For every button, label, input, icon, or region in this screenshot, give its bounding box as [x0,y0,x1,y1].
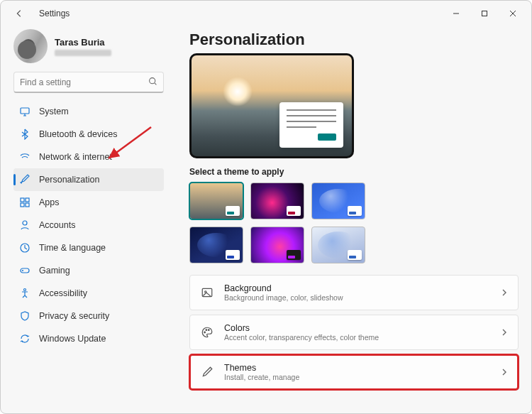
svg-point-1 [150,77,155,83]
card-subtitle: Background image, color, slideshow [224,293,343,302]
wifi-icon [19,151,31,163]
picture-icon [200,286,214,299]
card-title: Themes [224,363,299,373]
svg-point-10 [24,289,26,291]
sidebar-item-label: Bluetooth & devices [39,129,118,139]
minimize-button[interactable] [442,4,470,23]
sidebar-item-personalization[interactable]: Personalization [13,168,164,191]
clock-globe-icon [19,242,31,254]
paintbrush-icon [19,174,31,185]
sidebar-item-accessibility[interactable]: Accessibility [13,282,164,305]
apps-icon [19,197,31,208]
sidebar-item-label: Windows Update [39,334,106,344]
sidebar-item-time-language[interactable]: Time & language [13,236,164,259]
sidebar-item-gaming[interactable]: Gaming [13,259,164,282]
maximize-button[interactable] [470,4,499,23]
svg-rect-9 [21,268,29,273]
window-controls [442,4,527,23]
sidebar-item-label: Accounts [39,220,75,230]
svg-rect-2 [21,108,29,114]
sidebar-item-label: Time & language [39,243,106,253]
monitor-icon [19,106,31,117]
theme-section-label: Select a theme to apply [189,167,519,177]
svg-rect-4 [26,198,29,202]
sidebar-item-accounts[interactable]: Accounts [13,214,164,236]
sidebar-item-label: Accessibility [39,288,87,298]
svg-point-13 [204,332,206,333]
chevron-right-icon [501,286,508,299]
svg-rect-3 [21,198,24,202]
svg-rect-0 [482,11,487,16]
sidebar-item-label: Privacy & security [39,311,109,321]
sidebar-item-bluetooth[interactable]: Bluetooth & devices [13,123,164,146]
sidebar-item-label: Apps [39,197,60,207]
card-background[interactable]: Background Background image, color, slid… [189,275,519,310]
card-subtitle: Install, create, manage [224,373,299,381]
chevron-right-icon [501,366,508,378]
titlebar: Settings [1,1,531,26]
card-title: Colors [224,323,379,333]
chevron-right-icon [501,326,508,339]
sidebar-item-apps[interactable]: Apps [13,191,164,214]
accessibility-icon [19,288,31,299]
sidebar-item-privacy[interactable]: Privacy & security [13,305,164,327]
nav-list: System Bluetooth & devices Network & int… [13,100,164,350]
svg-point-15 [208,329,209,331]
sidebar: Taras Buria System Bluetooth & devices [1,26,171,413]
mini-window-preview [279,102,343,148]
main-content: Personalization Select a theme to apply [171,26,531,413]
card-themes[interactable]: Themes Install, create, manage [189,354,519,390]
back-button[interactable] [11,5,28,22]
gamepad-icon [19,265,31,276]
close-button[interactable] [499,4,527,23]
desktop-preview [189,53,354,158]
sidebar-item-label: Network & internet [39,152,112,162]
theme-option-1[interactable] [189,183,243,219]
sidebar-item-label: Personalization [39,175,99,185]
svg-rect-6 [26,203,29,207]
update-icon [19,333,31,344]
sidebar-item-label: System [39,107,69,116]
settings-window: Settings Taras Buria [0,0,532,414]
shield-icon [19,310,31,322]
theme-option-4[interactable] [189,227,243,263]
search-icon [148,76,157,89]
themes-grid [189,183,519,263]
card-subtitle: Accent color, transparency effects, colo… [224,333,379,342]
sidebar-item-label: Gaming [39,266,70,276]
svg-rect-5 [21,203,24,207]
sidebar-item-system[interactable]: System [13,100,164,123]
palette-icon [200,326,214,339]
sidebar-item-network[interactable]: Network & internet [13,146,164,168]
search-input[interactable] [20,77,148,87]
bluetooth-icon [19,129,31,140]
svg-point-7 [23,221,27,225]
theme-option-2[interactable] [250,183,304,219]
theme-option-6[interactable] [311,227,365,263]
window-title: Settings [39,9,442,18]
sidebar-item-windows-update[interactable]: Windows Update [13,327,164,350]
page-title: Personalization [189,31,519,49]
pencil-icon [200,366,214,378]
person-icon [19,219,31,231]
card-title: Background [224,283,343,293]
user-tile[interactable]: Taras Buria [13,29,164,63]
user-email-blurred [55,50,111,56]
search-box[interactable] [13,72,164,93]
svg-point-14 [206,329,207,331]
card-colors[interactable]: Colors Accent color, transparency effect… [189,315,519,350]
avatar [13,29,48,63]
theme-option-3[interactable] [311,183,365,219]
theme-option-5[interactable] [250,227,304,263]
user-name: Taras Buria [55,37,111,48]
